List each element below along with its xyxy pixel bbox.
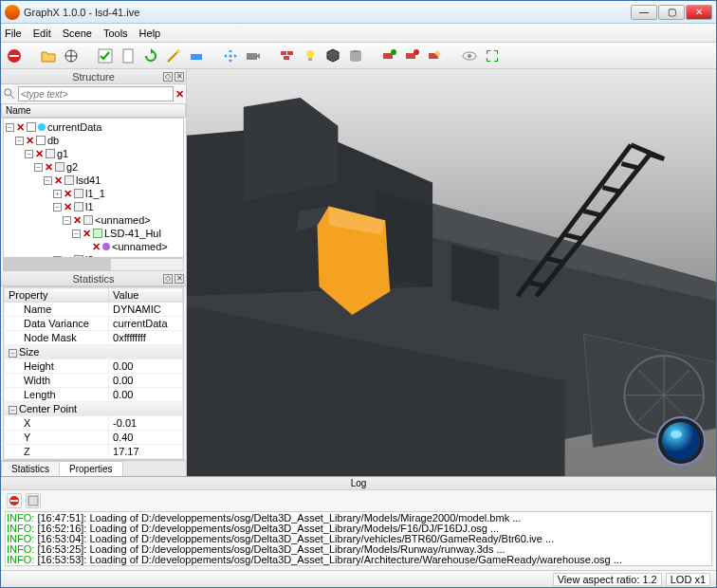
tree-row[interactable]: ✕<unnamed> — [6, 240, 181, 253]
statusbar: View aspect ratio: 1.2 LOD x1 — [1, 570, 716, 587]
property-row[interactable]: Length0.00 — [5, 388, 183, 402]
property-row[interactable]: Node Mask0xffffffff — [5, 331, 183, 345]
svg-point-7 — [230, 54, 232, 57]
svg-point-16 — [391, 49, 396, 55]
menu-file[interactable]: File — [5, 28, 22, 39]
tree-row[interactable]: +✕l1_1 — [6, 187, 181, 200]
tree-header: Name — [1, 103, 186, 118]
property-row[interactable]: Height0.00 — [5, 359, 183, 374]
app-icon — [5, 5, 20, 20]
check-icon[interactable] — [96, 46, 115, 65]
eye-icon[interactable] — [460, 46, 479, 65]
property-grid[interactable]: PropertyValue NameDYNAMICData Variancecu… — [3, 286, 184, 460]
dock-log-header: Log — [1, 477, 716, 490]
menu-help[interactable]: Help — [139, 28, 161, 39]
log-save-icon[interactable] — [26, 493, 41, 508]
open-icon[interactable] — [39, 46, 58, 65]
stop-icon[interactable] — [5, 46, 24, 65]
property-row[interactable]: Z17.17 — [5, 445, 183, 459]
db-icon[interactable] — [346, 46, 365, 65]
cube-icon[interactable] — [323, 46, 342, 65]
tree-row[interactable]: −✕g1 — [6, 147, 181, 160]
dock-structure-title: Structure — [72, 71, 115, 83]
dock-close-icon[interactable]: ✕ — [175, 274, 184, 284]
tab-statistics[interactable]: Statistics — [1, 461, 60, 476]
property-row[interactable]: Y0.40 — [5, 431, 183, 445]
minimize-button[interactable]: — — [631, 5, 657, 20]
svg-point-18 — [414, 49, 419, 55]
status-lod: LOD x1 — [666, 573, 710, 586]
wand-icon[interactable] — [164, 46, 183, 65]
page-icon[interactable] — [119, 46, 138, 65]
expand-icon[interactable] — [483, 46, 502, 65]
dock-structure-header: Structure ◇✕ — [1, 69, 186, 84]
maximize-button[interactable]: ▢ — [658, 5, 685, 20]
brick-add-icon[interactable] — [380, 46, 399, 65]
cat-size[interactable]: −Size — [5, 345, 183, 359]
tree-row[interactable]: −✕db — [6, 134, 181, 147]
window-title: GraphX 1.0.0 - lsd-41.ive — [24, 7, 631, 18]
search-clear-icon[interactable]: ✕ — [175, 88, 184, 101]
refresh-icon[interactable] — [141, 46, 160, 65]
svg-point-22 — [5, 89, 11, 96]
layer-icon[interactable] — [187, 46, 206, 65]
svg-rect-1 — [9, 55, 19, 57]
scene-tree[interactable]: −✕currentData−✕db−✕g1−✕g2−✕lsd41+✕l1_1−✕… — [3, 118, 184, 258]
svg-rect-8 — [247, 53, 257, 60]
tree-row[interactable]: −✕lsd41 — [6, 174, 181, 187]
brick-edit-icon[interactable] — [426, 46, 445, 65]
bulb-icon[interactable] — [301, 46, 320, 65]
globe-icon[interactable] — [62, 46, 81, 65]
status-aspect: View aspect ratio: 1.2 — [553, 573, 662, 586]
svg-rect-39 — [10, 500, 18, 502]
svg-rect-15 — [383, 53, 393, 59]
col-property: Property — [5, 288, 109, 303]
tree-row[interactable]: −✕LSD-41_Hul — [6, 227, 181, 240]
bricks-icon[interactable] — [278, 46, 297, 65]
property-row[interactable]: X-0.01 — [5, 416, 183, 431]
svg-point-5 — [176, 49, 180, 53]
menubar: File Edit Scene Tools Help — [1, 24, 716, 43]
close-button[interactable]: ✕ — [686, 5, 712, 20]
tab-properties[interactable]: Properties — [59, 461, 123, 476]
property-row[interactable]: NameDYNAMIC — [5, 303, 183, 317]
menu-edit[interactable]: Edit — [33, 28, 51, 39]
tree-row[interactable]: −✕l1 — [6, 200, 181, 213]
svg-rect-6 — [191, 54, 202, 60]
toolbar — [1, 43, 716, 69]
log-clear-icon[interactable] — [7, 493, 22, 508]
tree-row[interactable]: −✕currentData — [6, 120, 181, 134]
svg-rect-11 — [284, 56, 289, 60]
svg-rect-10 — [287, 51, 293, 55]
search-icon — [3, 87, 16, 101]
col-value: Value — [109, 288, 183, 303]
svg-rect-4 — [123, 49, 133, 63]
property-row[interactable]: Data VariancecurrentData — [5, 317, 183, 331]
menu-tools[interactable]: Tools — [103, 28, 128, 39]
log-output[interactable]: INFO: [16:47:51]: Loading of D:/developp… — [5, 511, 712, 566]
compass-widget[interactable] — [655, 415, 707, 467]
cat-center[interactable]: −Center Point — [5, 402, 183, 416]
dock-float-icon[interactable]: ◇ — [163, 72, 173, 82]
svg-rect-40 — [28, 496, 38, 505]
tree-row[interactable]: −✕<unnamed> — [6, 213, 181, 227]
left-tabs: Statistics Properties — [1, 460, 186, 476]
camera-icon[interactable] — [244, 46, 263, 65]
dock-close-icon[interactable]: ✕ — [175, 72, 184, 82]
svg-point-12 — [306, 50, 314, 58]
ship-render — [187, 69, 716, 476]
brick-remove-icon[interactable] — [403, 46, 422, 65]
menu-scene[interactable]: Scene — [63, 28, 92, 39]
window-titlebar: GraphX 1.0.0 - lsd-41.ive — ▢ ✕ — [1, 1, 716, 24]
svg-point-36 — [662, 422, 700, 460]
svg-rect-17 — [406, 53, 415, 59]
tree-scroll-horizontal[interactable] — [3, 258, 184, 271]
move-icon[interactable] — [221, 46, 240, 65]
svg-rect-13 — [308, 58, 312, 61]
dock-statistics-header: Statistics ◇✕ — [1, 271, 186, 286]
search-input[interactable] — [18, 86, 174, 101]
3d-viewport[interactable] — [187, 69, 716, 476]
property-row[interactable]: Width0.00 — [5, 374, 183, 388]
tree-row[interactable]: −✕g2 — [6, 160, 181, 174]
dock-float-icon[interactable]: ◇ — [163, 274, 173, 284]
